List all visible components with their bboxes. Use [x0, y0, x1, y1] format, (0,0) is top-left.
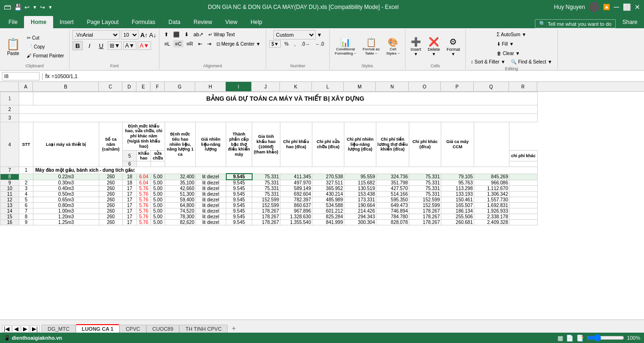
- cell-H16[interactable]: lit diezel: [196, 220, 226, 225]
- restore-btn[interactable]: ⬜: [623, 3, 631, 11]
- redo-icon[interactable]: ↪: [40, 4, 45, 11]
- cell-A14[interactable]: 7: [19, 208, 33, 214]
- merge-dropdown-icon[interactable]: ▼: [256, 41, 261, 47]
- cell-C10[interactable]: 260: [99, 186, 123, 191]
- cell-O15[interactable]: 178.267: [409, 214, 441, 220]
- cell-F16[interactable]: 5.00: [151, 220, 165, 225]
- cell-Q9[interactable]: 966.086: [474, 180, 509, 186]
- tab-home[interactable]: Home: [24, 16, 53, 28]
- font-size-select[interactable]: 10: [121, 30, 139, 40]
- cell-P14[interactable]: 186.134: [441, 208, 474, 214]
- cell-O12[interactable]: 152.599: [409, 197, 441, 203]
- bold-button[interactable]: B: [72, 41, 83, 50]
- cell-D9[interactable]: 18: [123, 180, 137, 186]
- sort-dropdown[interactable]: ▼: [501, 59, 506, 64]
- clear-dropdown[interactable]: ▼: [516, 51, 520, 56]
- cell-J16[interactable]: 178.267: [252, 220, 280, 225]
- formula-input[interactable]: [52, 72, 643, 80]
- col-header-R[interactable]: R: [509, 82, 537, 91]
- cell-C14[interactable]: 260: [99, 208, 123, 214]
- cell-C12[interactable]: 260: [99, 197, 123, 203]
- italic-button[interactable]: I: [84, 41, 95, 50]
- sheet-tab-CPVC[interactable]: CPVC: [119, 325, 146, 333]
- tab-review[interactable]: Review: [187, 16, 218, 28]
- col-header-M[interactable]: M: [344, 82, 376, 91]
- sort-filter-button[interactable]: ↕ Sort & Filter ▼: [469, 57, 508, 66]
- header-chi-phi-khac-sub[interactable]: chi phí khác: [509, 151, 538, 161]
- cell-M10[interactable]: 130.519: [344, 186, 376, 191]
- format-as-table-button[interactable]: 📋 Format asTable ~: [360, 33, 382, 60]
- col-header-H[interactable]: H: [195, 82, 226, 91]
- insert-cells-button[interactable]: ➕ Insert ▼: [408, 33, 424, 60]
- cell-Q15[interactable]: 2.338.178: [474, 214, 509, 220]
- sheet-tab-CUOC89[interactable]: CUOC89: [146, 325, 180, 333]
- quick-save-icon[interactable]: 💾: [14, 4, 22, 11]
- cell-R14[interactable]: [509, 208, 538, 214]
- cell-R9[interactable]: [509, 180, 538, 186]
- cell-A10[interactable]: 3: [19, 186, 33, 191]
- cell-C8[interactable]: 260: [99, 174, 123, 180]
- header-gia-ca-may[interactable]: Giá ca máy CCM: [441, 122, 474, 167]
- comma-icon[interactable]: ,: [292, 40, 298, 48]
- cell-D10[interactable]: 17: [123, 186, 137, 191]
- cell-Q14[interactable]: 1.926.933: [474, 208, 509, 214]
- copy-button[interactable]: 📄 Copy: [24, 42, 66, 51]
- header-r[interactable]: [474, 122, 509, 167]
- cell-I11[interactable]: 9.545: [226, 191, 252, 197]
- normal-view-icon[interactable]: ▦: [557, 335, 563, 342]
- cell-N11[interactable]: 514.166: [376, 191, 409, 197]
- header-chi-phi-luong[interactable]: Chi phí tiền lương thợ điều khiển (đ/ca): [376, 122, 409, 167]
- row-3-cells[interactable]: [19, 114, 538, 122]
- cell-F12[interactable]: 5.00: [151, 197, 165, 203]
- col-header-K[interactable]: K: [280, 82, 312, 91]
- cell-B14[interactable]: 1.00m3: [33, 208, 99, 214]
- cell-E14[interactable]: 5.76: [137, 208, 151, 214]
- cell-R10[interactable]: [509, 186, 538, 191]
- wrap-text-button[interactable]: ↵ Wrap Text: [206, 30, 237, 39]
- tab-insert[interactable]: Insert: [53, 16, 80, 28]
- cell-F8[interactable]: 5.00: [151, 174, 165, 180]
- cell-title[interactable]: BẢNG GIÁ DỰ TOÁN CA MÁY VÀ THIẾT BỊ XÂY …: [33, 92, 538, 105]
- cell-P13[interactable]: 165.507: [441, 203, 474, 208]
- cell-O16[interactable]: 178.267: [409, 220, 441, 225]
- cell-G10[interactable]: 42,660: [165, 186, 196, 191]
- cell-E6[interactable]: [151, 161, 165, 167]
- col-header-J[interactable]: J: [252, 82, 280, 91]
- cell-C9[interactable]: 260: [99, 180, 123, 186]
- cell-E15[interactable]: 5.76: [137, 214, 151, 220]
- cell-G9[interactable]: 35,100: [165, 180, 196, 186]
- cell-G13[interactable]: 64,800: [165, 203, 196, 208]
- header-loai-may[interactable]: Loại máy và thiết bị: [33, 122, 99, 167]
- number-format-select[interactable]: Custom: [273, 30, 316, 40]
- cell-K11[interactable]: 692.604: [280, 191, 312, 197]
- cell-J11[interactable]: 75.331: [252, 191, 280, 197]
- format-cells-button[interactable]: ⚙ Format ▼: [444, 33, 462, 60]
- align-bottom-icon[interactable]: ⬇: [183, 31, 191, 39]
- cell-N8[interactable]: 324.736: [376, 174, 409, 180]
- next-tab-btn[interactable]: ▶: [21, 325, 29, 333]
- cell-L12[interactable]: 485.989: [312, 197, 344, 203]
- cell-A8[interactable]: [19, 174, 33, 180]
- font-name-select[interactable]: .VnArial: [72, 30, 119, 40]
- decrease-font-icon[interactable]: A↓: [149, 32, 156, 39]
- text-direction-icon[interactable]: ab↗: [191, 31, 205, 39]
- cell-E16[interactable]: 5.76: [137, 220, 151, 225]
- increase-decimal-icon[interactable]: .0→: [299, 40, 312, 48]
- ribbon-toggle-icon[interactable]: 🔼: [603, 4, 610, 10]
- cell-D16[interactable]: 17: [123, 220, 137, 225]
- col-header-G[interactable]: G: [165, 82, 195, 91]
- cell-G8[interactable]: 32,400: [165, 174, 196, 180]
- col-header-B[interactable]: B: [33, 82, 99, 91]
- cell-A15[interactable]: 8: [19, 214, 33, 220]
- cell-B10[interactable]: 0.40m3: [33, 186, 99, 191]
- cell-L8[interactable]: 270.538: [312, 174, 344, 180]
- cell-P8[interactable]: 79.105: [441, 174, 474, 180]
- format-painter-button[interactable]: 🖌 Format Painter: [24, 51, 66, 60]
- cell-O10[interactable]: 75.331: [409, 186, 441, 191]
- cell-A9[interactable]: 2: [19, 180, 33, 186]
- cell-E12[interactable]: 5.76: [137, 197, 151, 203]
- increase-font-icon[interactable]: A↑: [140, 32, 148, 39]
- cell-D14[interactable]: 17: [123, 208, 137, 214]
- currency-icon[interactable]: $▼: [269, 40, 281, 48]
- header-chi-phi-nhien-lieu[interactable]: Chi phí nhiên liệu-năng lượng (đ/ca): [344, 122, 376, 167]
